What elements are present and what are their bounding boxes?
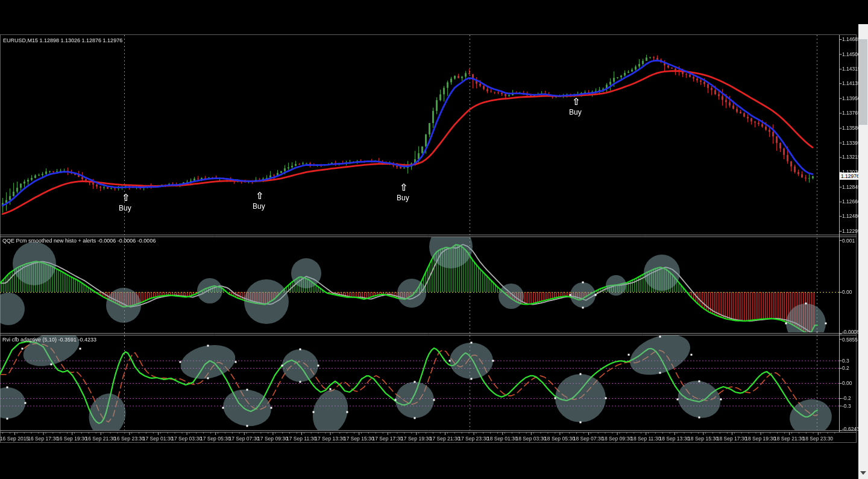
time-tick-label: 16 Sep 21:30 xyxy=(86,436,116,442)
rvi-tick-label: 0.00 xyxy=(842,380,852,387)
time-tick-label: 16 Sep 23:30 xyxy=(114,436,145,442)
buy-up-arrow-icon: ⇧ xyxy=(122,193,130,203)
scrollbar-down-arrow-icon[interactable] xyxy=(860,471,866,475)
time-tick-label: 17 Sep 15:30 xyxy=(344,436,374,442)
qqe-tick-label: 0.001 xyxy=(842,238,855,244)
rvi-tick-label: 0.3 xyxy=(842,358,849,364)
time-tick-label: 18 Sep 03:30 xyxy=(516,436,547,442)
time-tick-label: 18 Sep 17:30 xyxy=(717,436,747,442)
buy-up-arrow-icon: ⇧ xyxy=(400,183,407,192)
time-tick-label: 16 Sep 19:30 xyxy=(57,436,87,442)
time-tick-label: 16 Sep 2015 xyxy=(0,436,29,442)
time-tick-label: 17 Sep 03:30 xyxy=(171,436,202,442)
rvi-indicator-label: Rvi cfb adaptive (5,10) -0.3591 -0.4233 xyxy=(2,337,96,343)
qqe-indicator-label: QQE Pcm smoothed new histo + alerts -0.0… xyxy=(2,238,156,244)
time-tick-label: 18 Sep 11:30 xyxy=(631,436,661,442)
time-tick-label: 18 Sep 01:30 xyxy=(487,436,518,442)
time-tick-label: 17 Sep 09:30 xyxy=(257,436,288,442)
time-tick-label: 18 Sep 15:30 xyxy=(688,436,719,442)
rvi-tick-label: 0.5855 xyxy=(842,337,858,343)
rvi-tick-label: -0.6243 xyxy=(842,426,860,433)
buy-marker-label: Buy xyxy=(119,204,131,212)
time-tick-label: 17 Sep 05:30 xyxy=(200,436,231,442)
time-tick-label: 17 Sep 17:30 xyxy=(373,436,403,442)
symbol-ohlc-label: EURUSD,M15 1.12898 1.13026 1.12876 1.129… xyxy=(3,37,122,43)
buy-marker-label: Buy xyxy=(569,108,582,116)
rvi-tick-label: 0.2 xyxy=(842,365,849,372)
qqe-tick-label: -0.0008 xyxy=(842,329,860,335)
current-price-tag: 1.12976 xyxy=(840,173,860,180)
time-tick-label: 17 Sep 13:30 xyxy=(315,436,345,442)
time-tick-label: 17 Sep 21:30 xyxy=(430,436,461,442)
time-tick-label: 18 Sep 13:30 xyxy=(659,436,690,442)
time-tick-label: 17 Sep 07:30 xyxy=(229,436,260,442)
buy-marker-label: Buy xyxy=(253,202,265,211)
scrollbar-thumb[interactable] xyxy=(859,39,867,125)
time-tick-label: 17 Sep 11:30 xyxy=(286,436,316,442)
time-tick-label: 17 Sep 01:30 xyxy=(143,436,174,442)
time-tick-label: 16 Sep 17:30 xyxy=(28,436,58,442)
rvi-tick-label: -0.2 xyxy=(842,395,851,402)
time-tick-label: 18 Sep 21:30 xyxy=(774,436,805,442)
rvi-tick-label: -0.3 xyxy=(842,403,851,410)
buy-up-arrow-icon: ⇧ xyxy=(572,97,580,107)
time-tick-label: 18 Sep 19:30 xyxy=(745,436,776,442)
time-tick-label: 18 Sep 23:30 xyxy=(803,436,834,442)
time-tick-label: 17 Sep 23:30 xyxy=(458,436,489,442)
time-tick-label: 18 Sep 05:30 xyxy=(544,436,575,442)
time-tick-label: 18 Sep 07:30 xyxy=(573,436,604,442)
qqe-tick-label: 0.00 xyxy=(842,289,852,296)
time-tick-label: 17 Sep 19:30 xyxy=(401,436,432,442)
buy-up-arrow-icon: ⇧ xyxy=(256,191,263,201)
time-tick-label: 18 Sep 09:30 xyxy=(602,436,632,442)
metatrader-chart-window: EURUSD,M15 1.12898 1.13026 1.12876 1.129… xyxy=(0,0,868,479)
buy-marker-label: Buy xyxy=(397,194,409,202)
